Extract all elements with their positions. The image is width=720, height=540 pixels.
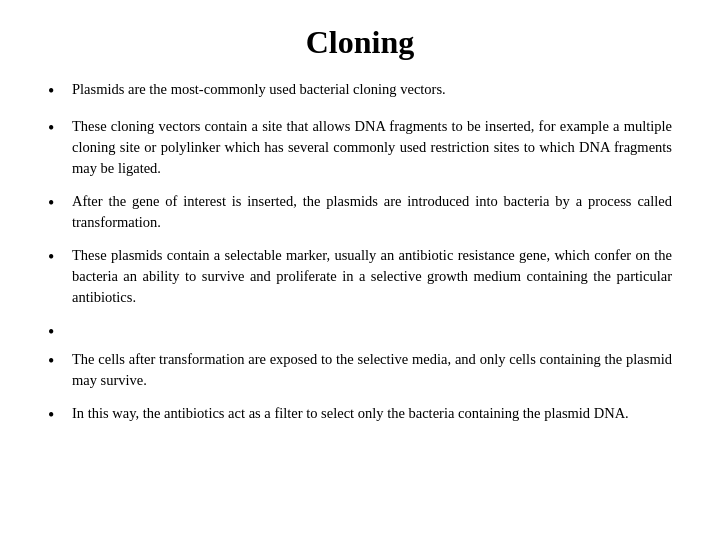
page-title: Cloning [48, 24, 672, 61]
bullet-dot: • [48, 348, 66, 374]
list-item: • In this way, the antibiotics act as a … [48, 403, 672, 428]
page: Cloning • Plasmids are the most-commonly… [0, 0, 720, 540]
bullet-dot: • [48, 115, 66, 141]
bullet-dot: • [48, 319, 66, 345]
list-item: • These plasmids contain a selectable ma… [48, 245, 672, 308]
bullet-text: After the gene of interest is inserted, … [72, 191, 672, 233]
list-item-empty: • [48, 320, 672, 345]
bullet-dot: • [48, 244, 66, 270]
list-item: • These cloning vectors contain a site t… [48, 116, 672, 179]
bullet-dot: • [48, 402, 66, 428]
bullet-list: • Plasmids are the most-commonly used ba… [48, 79, 672, 440]
list-item: • Plasmids are the most-commonly used ba… [48, 79, 672, 104]
bullet-text: These plasmids contain a selectable mark… [72, 245, 672, 308]
list-item: • The cells after transformation are exp… [48, 349, 672, 391]
bullet-text: Plasmids are the most-commonly used bact… [72, 79, 672, 100]
list-item: • After the gene of interest is inserted… [48, 191, 672, 233]
bullet-text: In this way, the antibiotics act as a fi… [72, 403, 672, 424]
bullet-text: These cloning vectors contain a site tha… [72, 116, 672, 179]
bullet-dot: • [48, 190, 66, 216]
bullet-text: The cells after transformation are expos… [72, 349, 672, 391]
bullet-dot: • [48, 78, 66, 104]
